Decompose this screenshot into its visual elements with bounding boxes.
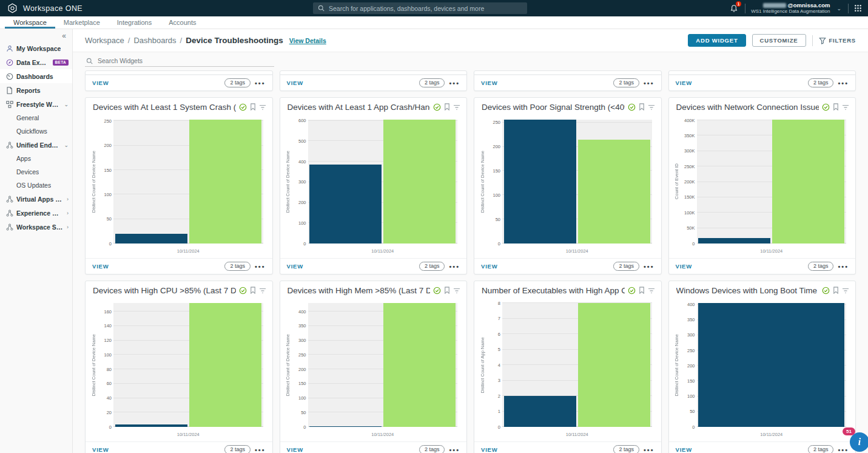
view-link[interactable]: VIEW [92,80,109,86]
sidebar-item-virtual-apps-deskto[interactable]: Virtual Apps & Deskto...› [0,192,72,206]
sidebar-item-experience-managem[interactable]: Experience Managem...› [0,206,72,220]
sidebar-item-my-workspace[interactable]: My Workspace [0,41,72,55]
sidebar-item-workspace-security[interactable]: Workspace Security› [0,220,72,234]
status-check-icon[interactable] [628,103,636,111]
bookmark-icon[interactable] [639,103,645,111]
more-menu-button[interactable]: ••• [838,446,849,453]
global-search-input[interactable] [329,5,522,12]
more-menu-button[interactable]: ••• [838,80,849,87]
sidebar-item-general[interactable]: General [0,111,72,124]
chevron-right-icon[interactable]: › [67,224,69,230]
view-link[interactable]: VIEW [92,446,109,453]
tags-badge[interactable]: 2 tags [808,262,834,271]
view-link[interactable]: VIEW [481,80,497,86]
tab-accounts[interactable]: Accounts [160,16,204,29]
bar-green[interactable] [578,303,650,427]
sidebar-collapse-button[interactable]: « [0,29,72,41]
tags-badge[interactable]: 2 tags [808,78,834,87]
status-check-icon[interactable] [628,287,636,295]
bar-navy[interactable] [115,234,187,244]
add-widget-button[interactable]: ADD WIDGET [688,34,745,47]
bookmark-icon[interactable] [444,287,450,294]
sidebar-item-devices[interactable]: Devices [0,165,72,179]
view-details-link[interactable]: View Details [289,37,326,44]
breadcrumb-workspace[interactable]: Workspace [85,36,124,45]
more-menu-button[interactable]: ••• [255,446,266,453]
info-help-button[interactable]: i 51 [850,432,868,452]
tags-badge[interactable]: 2 tags [808,445,834,453]
widget-search-input[interactable] [98,57,273,64]
customize-button[interactable]: CUSTOMIZE [752,34,806,47]
app-logo[interactable]: Workspace ONE [7,3,82,13]
chevron-right-icon[interactable]: › [67,196,69,202]
filter-lines-icon[interactable] [842,104,849,110]
tags-badge[interactable]: 2 tags [419,78,445,87]
view-link[interactable]: VIEW [481,263,497,270]
tab-marketplace[interactable]: Marketplace [55,16,109,29]
bookmark-icon[interactable] [250,103,256,111]
sidebar-item-freestyle-workflows[interactable]: Freestyle Workflows⌄ [0,97,72,111]
tags-badge[interactable]: 2 tags [419,262,445,271]
view-link[interactable]: VIEW [481,446,497,453]
tags-badge[interactable]: 2 tags [224,78,251,87]
more-menu-button[interactable]: ••• [255,80,266,87]
bookmark-icon[interactable] [444,103,450,111]
view-link[interactable]: VIEW [676,80,692,86]
filter-lines-icon[interactable] [648,287,655,293]
tab-integrations[interactable]: Integrations [109,16,160,29]
tags-badge[interactable]: 2 tags [613,78,639,87]
bar-navy[interactable] [504,396,576,427]
bar-green[interactable] [772,120,844,244]
sidebar-item-reports[interactable]: Reports [0,83,72,97]
chevron-down-icon[interactable]: ⌄ [836,5,841,12]
filter-lines-icon[interactable] [259,287,266,293]
notifications-button[interactable]: 1 [728,3,739,14]
status-check-icon[interactable] [433,287,441,295]
bar-navy[interactable] [698,303,844,427]
sidebar-item-apps[interactable]: Apps [0,152,72,165]
more-menu-button[interactable]: ••• [449,263,460,270]
tags-badge[interactable]: 2 tags [224,445,251,453]
status-check-icon[interactable] [822,103,830,111]
more-menu-button[interactable]: ••• [644,446,654,453]
sidebar-item-data-explorer[interactable]: Data ExplorerBETA [0,55,72,69]
filters-button[interactable]: FILTERS [819,37,856,44]
bar-navy[interactable] [115,424,187,427]
more-menu-button[interactable]: ••• [255,263,266,270]
bar-green[interactable] [578,140,650,244]
chevron-down-icon[interactable]: ⌄ [64,101,69,107]
bookmark-icon[interactable] [639,287,645,294]
bar-navy[interactable] [309,426,382,427]
sidebar-item-quickflows[interactable]: Quickflows [0,124,72,138]
more-menu-button[interactable]: ••• [838,263,849,270]
sidebar-item-os-updates[interactable]: OS Updates [0,179,72,192]
view-link[interactable]: VIEW [287,263,303,270]
breadcrumb-dashboards[interactable]: Dashboards [133,36,176,45]
tags-badge[interactable]: 2 tags [224,262,251,271]
status-check-icon[interactable] [239,287,247,295]
filter-lines-icon[interactable] [453,104,460,110]
chevron-right-icon[interactable]: › [67,210,69,216]
status-check-icon[interactable] [822,287,830,295]
app-switcher-button[interactable] [854,4,862,12]
bar-green[interactable] [189,120,261,244]
sidebar-item-dashboards[interactable]: Dashboards [0,69,72,83]
more-menu-button[interactable]: ••• [644,263,654,270]
global-search[interactable] [313,2,527,14]
sidebar-item-unified-endpoint-man[interactable]: Unified Endpoint Man...⌄ [0,138,72,152]
tab-workspace[interactable]: Workspace [5,16,55,29]
bar-green[interactable] [189,303,261,427]
more-menu-button[interactable]: ••• [644,80,654,87]
bar-green[interactable] [383,120,456,244]
bar-green[interactable] [383,303,456,427]
view-link[interactable]: VIEW [287,446,303,453]
tags-badge[interactable]: 2 tags [613,262,639,271]
view-link[interactable]: VIEW [287,80,303,86]
status-check-icon[interactable] [433,103,441,111]
tags-badge[interactable]: 2 tags [613,445,639,453]
bookmark-icon[interactable] [250,287,256,294]
user-menu[interactable]: @omnissa.com WS1 Intelligence Data Augme… [751,2,830,15]
filter-lines-icon[interactable] [648,104,655,110]
widget-search[interactable] [85,55,274,67]
bar-navy[interactable] [504,120,576,244]
